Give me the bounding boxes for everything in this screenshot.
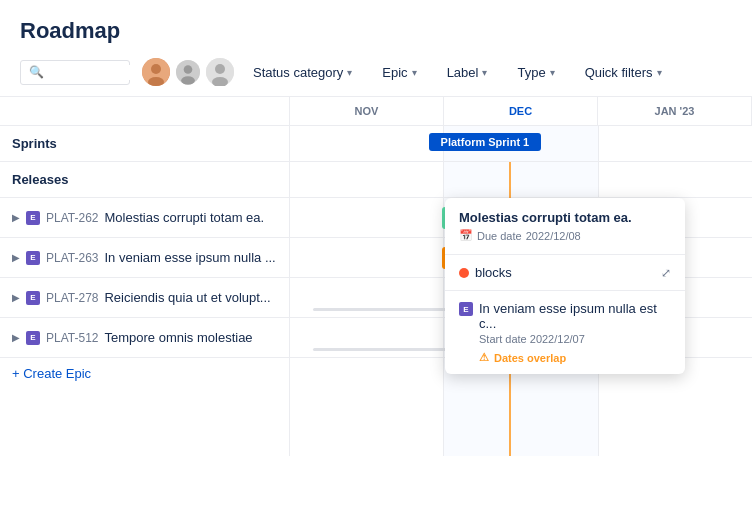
status-category-label: Status category: [253, 65, 343, 80]
type-label: Type: [517, 65, 545, 80]
svg-point-7: [215, 64, 225, 74]
quick-filters-label: Quick filters: [585, 65, 653, 80]
left-header-spacer: [0, 97, 290, 125]
search-icon: 🔍: [29, 65, 44, 79]
svg-point-4: [184, 65, 193, 74]
chevron-down-icon: ▾: [550, 67, 555, 78]
label-filter[interactable]: Label ▾: [436, 59, 499, 86]
page-container: Roadmap 🔍 Status category ▾ Epic ▾: [0, 0, 752, 456]
linked-badge: E: [459, 302, 473, 316]
start-date-label: Start date: [479, 333, 530, 345]
month-nov: NOV: [290, 97, 444, 125]
releases-timeline-row: [290, 162, 752, 198]
blocks-row: blocks ⤢: [445, 255, 685, 291]
row-label: ▶ E PLAT-263 In veniam esse ipsum nulla …: [0, 250, 288, 265]
warning-icon: ⚠: [479, 351, 489, 364]
status-category-filter[interactable]: Status category ▾: [242, 59, 363, 86]
avatar-2[interactable]: [174, 58, 202, 86]
right-panel: Platform Sprint 1 🔗 🔗: [290, 126, 752, 456]
expand-arrow-icon[interactable]: ▶: [12, 332, 20, 343]
chevron-down-icon: ▾: [412, 67, 417, 78]
releases-section-title: Releases: [12, 172, 68, 187]
timeline-wrapper: NOV DEC JAN '23 Sprints Releases: [0, 97, 752, 456]
epic-badge: E: [26, 331, 40, 345]
linked-name: In veniam esse ipsum nulla est c...: [479, 301, 671, 331]
create-epic-label: + Create Epic: [12, 366, 91, 381]
row-label: ▶ E PLAT-512 Tempore omnis molestiae: [0, 330, 265, 345]
month-dec: DEC: [444, 97, 598, 125]
releases-section-row: Releases: [0, 162, 289, 198]
left-panel: Sprints Releases ▶ E PLAT-262 Molestias …: [0, 126, 290, 456]
label-label: Label: [447, 65, 479, 80]
month-cells: NOV DEC JAN '23: [290, 97, 752, 125]
avatar-3[interactable]: [206, 58, 234, 86]
issue-key: PLAT-262: [46, 211, 98, 225]
month-jan: JAN '23: [598, 97, 752, 125]
create-epic-button[interactable]: + Create Epic: [0, 358, 289, 389]
external-link-icon[interactable]: ⤢: [661, 266, 671, 280]
chevron-down-icon: ▾: [657, 67, 662, 78]
popup-due-date: 📅 Due date 2022/12/08: [459, 229, 671, 242]
issue-key: PLAT-278: [46, 291, 98, 305]
epic-label: Epic: [382, 65, 407, 80]
expand-arrow-icon[interactable]: ▶: [12, 212, 20, 223]
linked-item: E In veniam esse ipsum nulla est c... St…: [459, 301, 671, 364]
epic-badge: E: [26, 211, 40, 225]
table-row: ▶ E PLAT-512 Tempore omnis molestiae: [0, 318, 289, 358]
sprints-section-row: Sprints: [0, 126, 289, 162]
table-row: ▶ E PLAT-263 In veniam esse ipsum nulla …: [0, 238, 289, 278]
popup-linked-item: E In veniam esse ipsum nulla est c... St…: [445, 291, 685, 374]
table-row: ▶ E PLAT-278 Reiciendis quia ut et volup…: [0, 278, 289, 318]
start-date-value: 2022/12/07: [530, 333, 585, 345]
avatars: [142, 58, 234, 86]
toolbar: 🔍 Status category ▾ Epic ▾ Label ▾: [0, 58, 752, 97]
overlap-text: Dates overlap: [494, 352, 566, 364]
due-date-value: 2022/12/08: [526, 230, 581, 242]
plat-512-progress-bar: [313, 348, 452, 351]
issue-key: PLAT-512: [46, 331, 98, 345]
due-date-label: Due date: [477, 230, 522, 242]
issue-name: Molestias corrupti totam ea.: [104, 210, 264, 225]
search-box[interactable]: 🔍: [20, 60, 130, 85]
popup-title: Molestias corrupti totam ea.: [459, 210, 671, 225]
type-filter[interactable]: Type ▾: [506, 59, 565, 86]
expand-arrow-icon[interactable]: ▶: [12, 252, 20, 263]
issue-name: Tempore omnis molestiae: [104, 330, 252, 345]
sprints-section-title: Sprints: [12, 136, 57, 151]
page-title: Roadmap: [20, 18, 732, 44]
sprint-badge: Platform Sprint 1: [429, 133, 542, 151]
linked-text: In veniam esse ipsum nulla est c... Star…: [479, 301, 671, 364]
page-header: Roadmap: [0, 0, 752, 44]
popup-first-item: Molestias corrupti totam ea. 📅 Due date …: [445, 198, 685, 255]
table-row: ▶ E PLAT-262 Molestias corrupti totam ea…: [0, 198, 289, 238]
avatar-1[interactable]: [142, 58, 170, 86]
sprints-timeline-row: Platform Sprint 1: [290, 126, 752, 162]
grid-container: Sprints Releases ▶ E PLAT-262 Molestias …: [0, 126, 752, 456]
blocks-dot-icon: [459, 268, 469, 278]
row-label: ▶ E PLAT-262 Molestias corrupti totam ea…: [0, 210, 276, 225]
calendar-icon: 📅: [459, 229, 473, 242]
epic-badge: E: [26, 251, 40, 265]
linked-meta: Start date 2022/12/07: [479, 333, 671, 345]
issue-name: Reiciendis quia ut et volupt...: [104, 290, 270, 305]
expand-arrow-icon[interactable]: ▶: [12, 292, 20, 303]
month-header: NOV DEC JAN '23: [0, 97, 752, 126]
svg-point-5: [181, 76, 195, 85]
quick-filters-filter[interactable]: Quick filters ▾: [574, 59, 673, 86]
dependency-popup: Molestias corrupti totam ea. 📅 Due date …: [445, 198, 685, 374]
search-input[interactable]: [50, 65, 130, 80]
chevron-down-icon: ▾: [347, 67, 352, 78]
blocks-text: blocks: [475, 265, 512, 280]
epic-filter[interactable]: Epic ▾: [371, 59, 427, 86]
issue-key: PLAT-263: [46, 251, 98, 265]
overlap-warning: ⚠ Dates overlap: [479, 351, 671, 364]
issue-name: In veniam esse ipsum nulla ...: [104, 250, 275, 265]
row-label: ▶ E PLAT-278 Reiciendis quia ut et volup…: [0, 290, 283, 305]
svg-point-1: [151, 64, 161, 74]
epic-badge: E: [26, 291, 40, 305]
blocks-label: blocks: [459, 265, 512, 280]
chevron-down-icon: ▾: [482, 67, 487, 78]
